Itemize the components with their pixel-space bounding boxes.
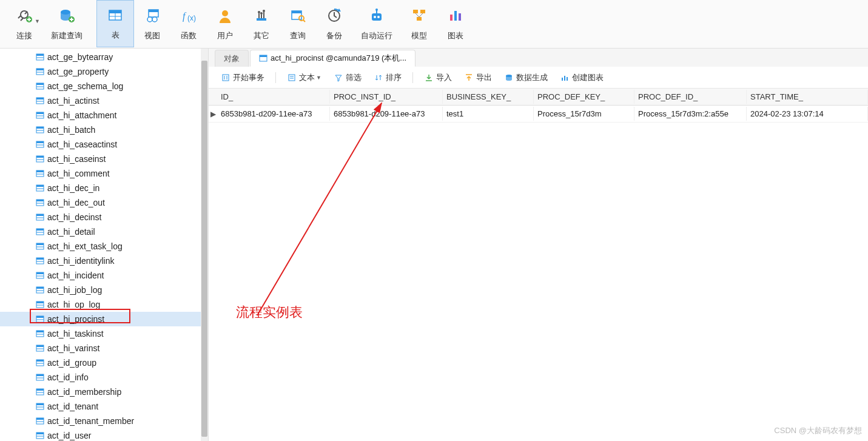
tree-label: act_hi_varinst [47, 343, 99, 353]
tree-label: act_hi_incident [47, 271, 104, 280]
toolbar-backup[interactable]: 备份 [316, 0, 352, 47]
db-new-icon [57, 6, 76, 25]
tree-item-act_hi_varinst[interactable]: act_hi_varinst [0, 341, 208, 355]
tree-item-act_hi_dec_out[interactable]: act_hi_dec_out [0, 195, 208, 210]
tree-item-act_hi_batch[interactable]: act_hi_batch [0, 123, 208, 137]
tree-item-act_hi_ext_task_log[interactable]: act_hi_ext_task_log [0, 239, 208, 254]
toolbar-label: 查询 [290, 30, 306, 41]
tab-objects[interactable]: 对象 [215, 50, 249, 67]
tree-label: act_hi_identitylink [47, 256, 115, 266]
svg-rect-26 [372, 13, 382, 21]
svg-rect-16 [257, 18, 266, 21]
tree-label: act_id_membership [47, 387, 121, 397]
table-icon [35, 271, 45, 280]
tree-item-act_hi_actinst[interactable]: act_hi_actinst [0, 93, 208, 108]
table-icon [35, 110, 45, 120]
tab-label: 对象 [224, 53, 240, 64]
tree-item-act_hi_attachment[interactable]: act_hi_attachment [0, 108, 208, 123]
scrollbar[interactable] [201, 49, 208, 441]
column-header[interactable]: START_TIME_ [747, 90, 868, 104]
toolbar-label: 表 [112, 30, 119, 41]
column-header[interactable]: ID_ [217, 90, 330, 104]
tree-item-act_hi_taskinst[interactable]: act_hi_taskinst [0, 326, 208, 341]
text-button[interactable]: 文本 ▼ [282, 70, 326, 85]
tree-item-act_id_info[interactable]: act_id_info [0, 370, 208, 385]
cell[interactable]: test1 [443, 107, 534, 121]
begin-transaction-button[interactable]: 开始事务 [216, 70, 269, 85]
chart-icon [560, 73, 570, 82]
table-icon [35, 300, 45, 309]
svg-rect-85 [36, 272, 44, 274]
tree-item-act_hi_dec_in[interactable]: act_hi_dec_in [0, 181, 208, 195]
import-button[interactable]: 导入 [419, 70, 457, 85]
tree-item-act_id_tenant[interactable]: act_id_tenant [0, 399, 208, 414]
tree-item-act_hi_op_log[interactable]: act_hi_op_log [0, 297, 208, 312]
toolbar-auto-run[interactable]: 自动运行 [352, 0, 401, 47]
cell[interactable]: 6853b981-d209-11ee-a73 [217, 107, 330, 121]
tree-item-act_ge_bytearray[interactable]: act_ge_bytearray [0, 50, 208, 64]
tree-item-act_id_user[interactable]: act_id_user [0, 428, 208, 441]
toolbar-new-query[interactable]: 新建查询 [42, 0, 91, 47]
table-icon [35, 285, 45, 295]
tree-item-act_id_membership[interactable]: act_id_membership [0, 385, 208, 399]
svg-rect-97 [36, 331, 44, 332]
tree-item-act_hi_comment[interactable]: act_hi_comment [0, 166, 208, 181]
toolbar-other[interactable]: 其它 [243, 0, 280, 47]
data-gen-button[interactable]: 数据生成 [499, 70, 553, 85]
table-row[interactable]: ▶6853b981-d209-11ee-a736853b981-d209-11e… [209, 106, 868, 123]
table-icon [35, 329, 45, 338]
create-chart-button[interactable]: 创建图表 [555, 70, 608, 85]
cell[interactable]: Process_15r7d3m:2:a55e [634, 107, 747, 121]
svg-rect-31 [413, 10, 418, 13]
scrollbar-thumb[interactable] [201, 61, 207, 437]
tree-item-act_hi_identitylink[interactable]: act_hi_identitylink [0, 254, 208, 268]
toolbar-user[interactable]: 用户 [207, 0, 243, 47]
toolbar-table[interactable]: 表 [96, 0, 134, 47]
toolbar-connect[interactable]: ▼ 连接 [6, 0, 42, 47]
tab-table-data[interactable]: act_hi_procinst @camunda719 (本机... [250, 50, 415, 67]
tree-item-act_id_group[interactable]: act_id_group [0, 355, 208, 370]
column-header[interactable]: PROC_INST_ID_ [330, 90, 443, 104]
row-marker: ▶ [209, 110, 217, 118]
svg-rect-21 [292, 11, 301, 13]
svg-rect-100 [36, 345, 44, 347]
table-icon [35, 314, 45, 324]
toolbar-label: 自动运行 [361, 30, 392, 41]
toolbar-label: 备份 [326, 30, 342, 41]
toolbar-model[interactable]: 模型 [401, 0, 437, 47]
svg-rect-49 [36, 98, 44, 99]
toolbar-label: 用户 [217, 30, 233, 41]
tree-item-act_hi_procinst[interactable]: act_hi_procinst [0, 312, 208, 326]
tree-item-act_ge_schema_log[interactable]: act_ge_schema_log [0, 79, 208, 93]
tree-item-act_hi_decinst[interactable]: act_hi_decinst [0, 210, 208, 224]
toolbar-query[interactable]: 查询 [280, 0, 316, 47]
tree-label: act_ge_property [47, 67, 109, 76]
cell[interactable]: 2024-02-23 13:07:14 [747, 107, 868, 121]
svg-rect-64 [36, 170, 44, 172]
toolbar-function[interactable]: f(x) 函数 [170, 0, 207, 47]
svg-rect-46 [36, 83, 44, 85]
tree-item-act_hi_caseinst[interactable]: act_hi_caseinst [0, 152, 208, 166]
tree-label: act_hi_caseinst [47, 154, 106, 164]
cell[interactable]: 6853b981-d209-11ee-a73 [330, 107, 443, 121]
tree-item-act_ge_property[interactable]: act_ge_property [0, 64, 208, 79]
cell[interactable]: Process_15r7d3m [534, 107, 634, 121]
tree-item-act_id_tenant_member[interactable]: act_id_tenant_member [0, 414, 208, 428]
toolbar-chart[interactable]: 图表 [437, 0, 474, 47]
tree-item-act_hi_caseactinst[interactable]: act_hi_caseactinst [0, 137, 208, 152]
data-grid[interactable]: ID_PROC_INST_ID_BUSINESS_KEY_PROC_DEF_KE… [209, 89, 868, 441]
export-button[interactable]: 导出 [459, 70, 497, 85]
column-header[interactable]: PROC_DEF_ID_ [634, 90, 747, 104]
column-header[interactable]: BUSINESS_KEY_ [443, 90, 534, 104]
tree-item-act_hi_job_log[interactable]: act_hi_job_log [0, 283, 208, 297]
tree-label: act_hi_decinst [47, 212, 102, 222]
svg-rect-38 [459, 13, 461, 21]
toolbar-view[interactable]: 视图 [134, 0, 170, 47]
tree-item-act_hi_detail[interactable]: act_hi_detail [0, 224, 208, 239]
column-header[interactable]: PROC_DEF_KEY_ [534, 90, 634, 104]
filter-button[interactable]: 筛选 [329, 70, 366, 85]
tree-label: act_hi_ext_task_log [47, 241, 123, 251]
tree-label: act_hi_comment [47, 169, 110, 178]
tree-item-act_hi_incident[interactable]: act_hi_incident [0, 268, 208, 283]
sort-button[interactable]: 排序 [369, 70, 406, 85]
